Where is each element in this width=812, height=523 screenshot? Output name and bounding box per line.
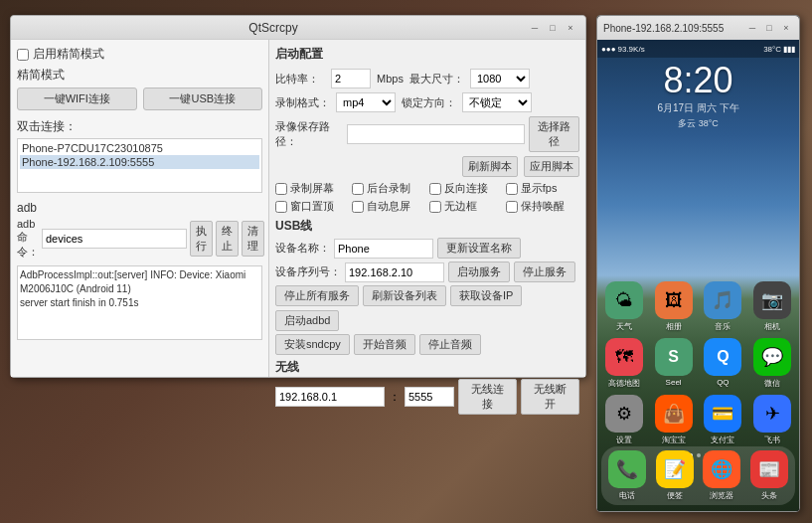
app-gaode[interactable]: 🗺 高德地图 xyxy=(601,338,647,389)
qt-window: QtScrcpy ─ □ × 启用精简模式 精简模式 一键WIFI连接 一键US… xyxy=(10,15,586,378)
record-path-label: 录像保存路径： xyxy=(275,119,343,149)
max-size-select[interactable]: 1080 720 480 xyxy=(470,69,530,88)
stop-all-btn[interactable]: 停止所有服务 xyxy=(275,285,359,306)
no-border-label: 无边框 xyxy=(444,199,477,214)
record-screen-label: 录制屏幕 xyxy=(290,181,334,196)
app-gallery[interactable]: 🖼 相册 xyxy=(651,281,697,332)
qt-close-btn[interactable]: × xyxy=(564,21,577,35)
wireless-connect-btn[interactable]: 无线连接 xyxy=(458,379,517,415)
record-screen-checkbox[interactable] xyxy=(275,183,287,195)
device-item-1[interactable]: Phone-192.168.2.109:5555 xyxy=(20,155,259,169)
startup-config-title: 启动配置 xyxy=(275,46,579,63)
start-service-btn[interactable]: 启动服务 xyxy=(448,262,510,282)
app-row-2: 🗺 高德地图 S Seel Q QQ 💬 微信 xyxy=(601,338,795,389)
dock-browser[interactable]: 🌐 浏览器 xyxy=(701,450,744,501)
seel-icon: S xyxy=(655,338,693,376)
reverse-connect-checkbox[interactable] xyxy=(429,183,441,195)
wireless-ip-input[interactable] xyxy=(275,387,385,407)
toutiao-label: 头条 xyxy=(761,490,777,501)
stop-service-btn[interactable]: 停止服务 xyxy=(514,262,575,282)
taobao-icon: 👜 xyxy=(655,395,693,433)
qt-maximize-btn[interactable]: □ xyxy=(546,21,560,35)
select-path-btn[interactable]: 选择路径 xyxy=(529,116,579,152)
app-camera[interactable]: 📷 相机 xyxy=(749,281,795,332)
bg-record-checkbox[interactable] xyxy=(352,183,364,195)
no-border-cb: 无边框 xyxy=(429,199,503,214)
no-border-checkbox[interactable] xyxy=(429,201,441,213)
phone-maximize-btn[interactable]: □ xyxy=(762,21,776,35)
usb-connect-btn[interactable]: 一键USB连接 xyxy=(143,87,263,110)
dock-notes[interactable]: 📝 便签 xyxy=(653,450,697,501)
ip-port-separator: ： xyxy=(389,389,401,406)
app-weather[interactable]: 🌤 天气 xyxy=(601,281,647,332)
gallery-icon: 🖼 xyxy=(655,281,693,319)
gaode-label: 高德地图 xyxy=(608,378,640,389)
get-device-ip-btn[interactable]: 获取设备IP xyxy=(450,285,522,306)
refresh-devices-btn[interactable]: 刷新设备列表 xyxy=(363,285,446,306)
dock-toutiao[interactable]: 📰 头条 xyxy=(747,450,791,501)
phone-minimize-btn[interactable]: ─ xyxy=(745,21,759,35)
phone-screen[interactable]: ●●● 93.9K/s 38°C ▮▮▮ 8:20 6月17日 周六 下午 多云… xyxy=(597,40,799,511)
settings-label: 设置 xyxy=(616,435,632,445)
dock-phone[interactable]: 📞 电话 xyxy=(605,450,649,501)
camera-label: 相机 xyxy=(764,321,780,332)
start-adbd-btn[interactable]: 启动adbd xyxy=(275,310,339,331)
simple-mode-label: 精简模式 xyxy=(17,67,262,84)
keep-wake-checkbox[interactable] xyxy=(506,201,518,213)
wifi-connect-btn[interactable]: 一键WIFI连接 xyxy=(17,87,137,110)
right-panel: 启动配置 比特率： Mbps 最大尺寸： 1080 720 480 录制格式： xyxy=(269,40,585,377)
status-temp: 38°C xyxy=(763,45,781,54)
device-list[interactable]: Phone-P7CDU17C23010875 Phone-192.168.2.1… xyxy=(17,138,262,193)
show-fps-checkbox[interactable] xyxy=(506,183,518,195)
install-sndcpy-btn[interactable]: 安装sndcpy xyxy=(275,334,350,355)
wireless-port-input[interactable] xyxy=(405,387,454,407)
refresh-script-btn[interactable]: 刷新脚本 xyxy=(462,156,518,177)
start-audio-btn[interactable]: 开始音频 xyxy=(354,334,415,355)
device-item-0[interactable]: Phone-P7CDU17C23010875 xyxy=(20,141,259,155)
feishu-icon: ✈ xyxy=(753,395,791,433)
record-format-row: 录制格式： mp4 mkv 锁定方向： 不锁定 横向 纵向 xyxy=(275,92,579,112)
adb-clear-btn[interactable]: 清理 xyxy=(242,221,264,257)
app-alipay[interactable]: 💳 支付宝 xyxy=(701,395,746,445)
reverse-connect-cb: 反向连接 xyxy=(429,181,503,196)
app-qq[interactable]: Q QQ xyxy=(701,338,746,389)
status-signal: ●●● xyxy=(601,45,616,54)
lock-orient-select[interactable]: 不锁定 横向 纵向 xyxy=(462,92,532,112)
enable-simple-mode-row: 启用精简模式 xyxy=(17,46,262,63)
app-taobao[interactable]: 👜 淘宝宝 xyxy=(651,395,697,445)
record-path-input[interactable] xyxy=(347,124,525,144)
bitrate-input[interactable] xyxy=(331,69,371,88)
device-name-input[interactable] xyxy=(334,239,433,259)
adb-exec-btn[interactable]: 执行 xyxy=(190,221,213,257)
notes-icon: 📝 xyxy=(656,450,694,488)
options-checkboxes: 录制屏幕 后台录制 反向连接 显示fps xyxy=(275,181,579,214)
stop-audio-btn[interactable]: 停止音频 xyxy=(419,334,481,355)
double-click-label: 双击连接： xyxy=(17,118,262,135)
phone-titlebar: Phone-192.168.2.109:5555 ─ □ × xyxy=(597,16,799,40)
adb-command-input[interactable] xyxy=(42,229,187,249)
auto-screen-checkbox[interactable] xyxy=(352,201,364,213)
update-device-name-btn[interactable]: 更新设置名称 xyxy=(437,238,521,259)
phone-time: 8:20 xyxy=(597,60,799,101)
app-settings[interactable]: ⚙ 设置 xyxy=(601,395,647,445)
enable-simple-mode-checkbox[interactable] xyxy=(17,49,29,61)
record-format-select[interactable]: mp4 mkv xyxy=(336,92,396,112)
lock-orient-label: 锁定方向： xyxy=(402,95,456,110)
window-top-checkbox[interactable] xyxy=(275,201,287,213)
app-seel[interactable]: S Seel xyxy=(651,338,697,389)
audio-buttons: 安装sndcpy 开始音频 停止音频 xyxy=(275,334,579,355)
phone-apps: 🌤 天气 🖼 相册 🎵 音乐 📷 相机 xyxy=(601,281,795,451)
device-serial-input[interactable] xyxy=(345,262,444,282)
apply-script-btn[interactable]: 应用脚本 xyxy=(524,156,579,177)
app-feishu[interactable]: ✈ 飞书 xyxy=(749,395,795,445)
bg-record-cb: 后台录制 xyxy=(352,181,425,196)
app-music[interactable]: 🎵 音乐 xyxy=(701,281,746,332)
app-wechat[interactable]: 💬 微信 xyxy=(749,338,795,389)
log-line-1: server start finish in 0.751s xyxy=(20,296,259,310)
alipay-label: 支付宝 xyxy=(711,435,734,445)
wireless-disconnect-btn[interactable]: 无线断开 xyxy=(521,379,579,415)
adb-stop-btn[interactable]: 终止 xyxy=(216,221,239,257)
phone-clock-area: 8:20 6月17日 周六 下午 多云 38°C xyxy=(597,60,799,130)
phone-close-btn[interactable]: × xyxy=(779,21,793,35)
qt-minimize-btn[interactable]: ─ xyxy=(528,21,542,35)
